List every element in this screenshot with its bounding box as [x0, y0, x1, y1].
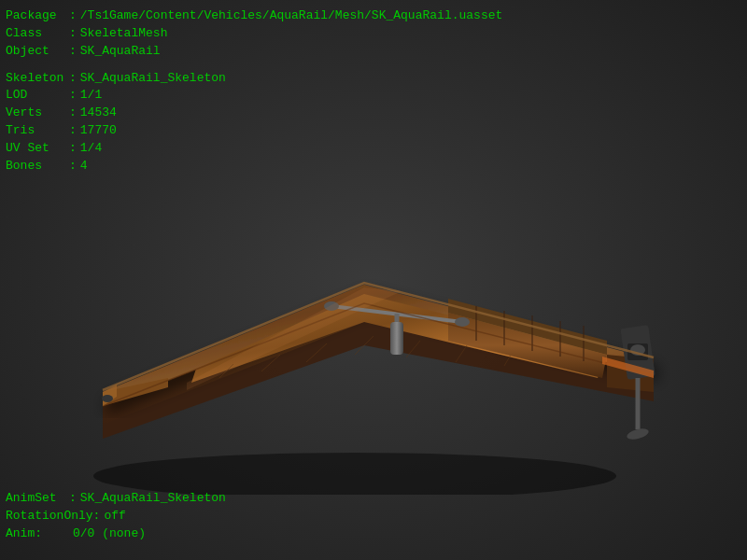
rotation-value: off [104, 508, 125, 525]
skeleton-label: Skeleton [6, 70, 69, 88]
object-value: SK_AquaRail [80, 43, 161, 61]
verts-row: Verts : 14534 [6, 105, 502, 122]
skeleton-value: SK_AquaRail_Skeleton [80, 70, 226, 88]
animset-label: AnimSet [6, 490, 69, 508]
tris-row: Tris : 17770 [6, 122, 502, 140]
tris-value: 17770 [80, 122, 117, 140]
svg-point-32 [102, 395, 113, 402]
rotation-row: RotationOnly: off [6, 508, 226, 525]
svg-rect-30 [390, 322, 403, 355]
class-value: SkeletalMesh [80, 25, 168, 43]
tris-label: Tris [6, 122, 69, 140]
bottom-overlay: AnimSet : SK_AquaRail_Skeleton RotationO… [6, 490, 226, 543]
anim-row: Anim: 0/0 (none) [6, 525, 226, 543]
class-row: Class : SkeletalMesh [6, 25, 502, 43]
boat-3d-view [47, 140, 700, 495]
verts-value: 14534 [80, 105, 117, 122]
object-label: Object [6, 43, 69, 61]
package-label: Package [6, 7, 69, 25]
lod-label: LOD [6, 87, 69, 105]
svg-point-0 [93, 453, 616, 495]
animset-value: SK_AquaRail_Skeleton [80, 490, 226, 508]
lod-value: 1/1 [80, 87, 102, 105]
object-row: Object : SK_AquaRail [6, 43, 502, 61]
anim-value: 0/0 (none) [73, 525, 146, 543]
svg-point-29 [455, 317, 470, 327]
package-value: /Ts1Game/Content/Vehicles/AquaRail/Mesh/… [80, 7, 502, 25]
viewport: Package : /Ts1Game/Content/Vehicles/Aqua… [0, 0, 747, 560]
skeleton-row: Skeleton : SK_AquaRail_Skeleton [6, 70, 502, 88]
lod-row: LOD : 1/1 [6, 87, 502, 105]
animset-row: AnimSet : SK_AquaRail_Skeleton [6, 490, 226, 508]
verts-label: Verts [6, 105, 69, 122]
rotation-label: RotationOnly: [6, 508, 100, 525]
package-row: Package : /Ts1Game/Content/Vehicles/Aqua… [6, 7, 502, 25]
anim-label: Anim: [6, 525, 69, 543]
class-label: Class [6, 25, 69, 43]
